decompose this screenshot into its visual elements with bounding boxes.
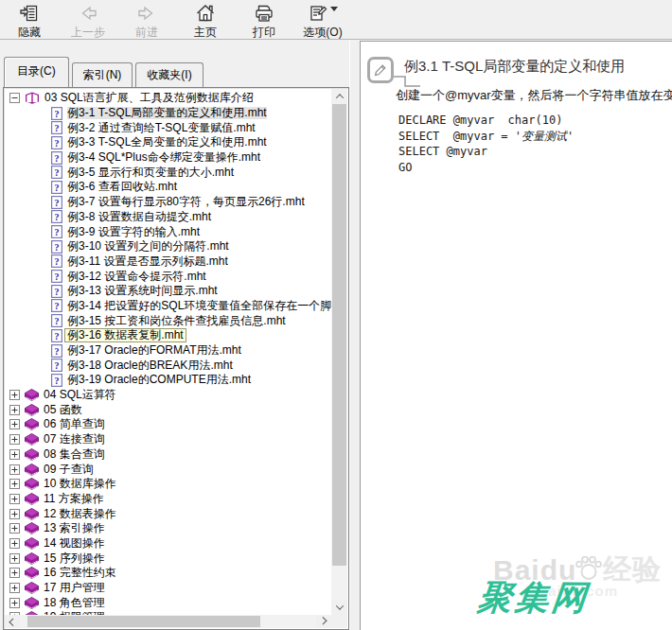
tree-vertical-scrollbar[interactable]: [331, 89, 347, 615]
tree-item[interactable]: ? 09 子查询: [5, 462, 331, 477]
tree-item[interactable]: ? 例3-2 通过查询给T-SQL变量赋值.mht: [5, 120, 331, 135]
tree-expander[interactable]: [9, 523, 20, 534]
svg-text:?: ?: [55, 256, 60, 267]
tree-item[interactable]: ? 例3-11 设置是否显示列标题.mht: [5, 254, 331, 270]
tree-expander[interactable]: [9, 390, 20, 400]
help-topic-icon: ?: [51, 285, 62, 298]
svg-text:?: ?: [55, 376, 60, 386]
svg-text:?: ?: [55, 345, 60, 356]
book-closed-icon: ?: [25, 404, 39, 416]
svg-text:?: ?: [55, 152, 60, 163]
tree-expander[interactable]: [9, 405, 20, 415]
tree-item[interactable]: ? 06 简单查询: [5, 417, 331, 432]
tree-item[interactable]: ? 例3-3 T-SQL全局变量的定义和使用.mht: [5, 135, 331, 150]
tree-expander[interactable]: [9, 494, 20, 504]
tree-expander[interactable]: [9, 538, 20, 549]
tree-item-label: 13 索引操作: [44, 522, 105, 534]
toolbar: 隐藏 上一步 前进: [0, 0, 672, 40]
tree-item[interactable]: ? 例3-9 设置字符的输入.mht: [5, 224, 331, 239]
tree-expander[interactable]: [9, 598, 20, 608]
tree-item[interactable]: ? 例3-4 SQL*Plus命令绑定变量操作.mht: [5, 150, 331, 166]
tree-expander[interactable]: [9, 583, 20, 593]
scroll-down-button[interactable]: [331, 600, 347, 615]
tree-item[interactable]: ? 例3-8 设置数据自动提交.mht: [5, 210, 331, 225]
tree-item[interactable]: ? 03 SQL语言扩展、工具及范例数据库介绍: [5, 91, 331, 106]
tree-item[interactable]: ? 例3-10 设置列之间的分隔符.mht: [5, 239, 331, 254]
tree-item[interactable]: ? 07 连接查询: [5, 432, 331, 447]
tree-item-label: 例3-6 查看回收站.mht: [67, 181, 177, 193]
paw-icon: [575, 553, 603, 582]
tree-expander[interactable]: [9, 449, 20, 460]
tree-item-label: 例3-5 显示行和页变量的大小.mht: [67, 166, 234, 179]
scroll-left-button[interactable]: [5, 615, 20, 628]
tree-item[interactable]: ? 04 SQL运算符: [5, 388, 331, 403]
forward-label: 前进: [135, 25, 158, 41]
hide-pane-icon: [19, 3, 40, 24]
vertical-scroll-thumb[interactable]: [332, 104, 346, 566]
tree-item[interactable]: ? 例3-13 设置系统时间显示.mht: [5, 284, 331, 299]
tree-expander[interactable]: [9, 419, 20, 429]
watermark-url: baidu.com: [539, 583, 618, 599]
tree-item[interactable]: ? 17 用户管理: [5, 581, 331, 596]
tree-expander[interactable]: [9, 509, 20, 519]
tree-item[interactable]: ? 例3-19 Oracle的COMPUTE用法.mht: [5, 373, 331, 388]
back-button[interactable]: 上一步: [64, 2, 112, 42]
tree-expander[interactable]: [9, 464, 20, 475]
tree-item-label: 例3-12 设置命令提示符.mht: [67, 271, 206, 283]
forward-arrow-icon: [136, 3, 157, 24]
tree-item[interactable]: ? 08 集合查询: [5, 447, 331, 463]
tree-item[interactable]: ? 例3-7 设置每行显示80字符，每页显示26行.mht: [5, 195, 331, 210]
svg-text:?: ?: [55, 316, 60, 326]
tree-item[interactable]: ? 05 函数: [5, 402, 331, 417]
tree-item-label: 18 角色管理: [44, 597, 105, 609]
watermark-overlay: 聚集网: [475, 575, 591, 621]
contents-tree-panel: ? 03 SQL语言扩展、工具及范例数据库介绍: [3, 87, 349, 630]
help-topic-icon: ?: [51, 181, 62, 194]
tree-item[interactable]: ? 例3-12 设置命令提示符.mht: [5, 269, 331, 284]
home-button[interactable]: 主页: [182, 2, 229, 42]
book-closed-icon: ?: [25, 433, 39, 446]
tree-item[interactable]: ? 10 数据库操作: [5, 477, 331, 492]
tree-item[interactable]: ? 14 视图操作: [5, 536, 331, 551]
chevron-up-icon: [335, 94, 343, 101]
tree-item[interactable]: ? 例3-14 把设置好的SQL环境变量值全部保存在一个脚: [5, 299, 331, 314]
tree-item-label: 例3-2 通过查询给T-SQL变量赋值.mht: [67, 122, 256, 134]
tab-index[interactable]: 索引(N): [72, 62, 133, 87]
tree-item[interactable]: ? 例3-1 T-SQL局部变量的定义和使用.mht: [5, 106, 331, 121]
scroll-right-button[interactable]: [316, 615, 331, 628]
horizontal-scroll-thumb[interactable]: [27, 616, 260, 627]
help-topic-icon: ?: [51, 374, 62, 387]
tree-item[interactable]: ? 16 完整性约束: [5, 566, 331, 581]
tree-expander[interactable]: [9, 434, 20, 445]
tree-item[interactable]: ? 例3-6 查看回收站.mht: [5, 180, 331, 195]
options-button[interactable]: 选项(O): [299, 2, 346, 42]
tab-favorites[interactable]: 收藏夹(I): [135, 62, 203, 87]
tree-item-label: 例3-14 把设置好的SQL环境变量值全部保存在一个脚: [67, 300, 331, 312]
tree-item[interactable]: ? 15 序列操作: [5, 551, 331, 566]
tree-horizontal-scrollbar[interactable]: [5, 615, 331, 628]
tab-contents[interactable]: 目录(C): [4, 57, 69, 87]
forward-button[interactable]: 前进: [123, 2, 170, 42]
tree-item[interactable]: ? 18 角色管理: [5, 595, 331, 610]
tree-item[interactable]: ? 12 数据表操作: [5, 506, 331, 521]
chevron-right-icon: [319, 617, 327, 624]
tree-expander[interactable]: [9, 553, 20, 564]
tree-item[interactable]: ? 11 方案操作: [5, 492, 331, 507]
topic-title: 例3.1 T-SQL局部变量的定义和使用: [404, 58, 625, 76]
tree-item[interactable]: ? 例3-18 Oracle的BREAK用法.mht: [5, 358, 331, 373]
tree-item-label: 06 简单查询: [44, 418, 105, 430]
tree-item-label: 14 视图操作: [44, 537, 105, 550]
tree-item[interactable]: ? 例3-16 数据表复制.mht: [5, 328, 331, 343]
tree-expander[interactable]: [9, 93, 20, 103]
tree-item[interactable]: ? 例3-17 Oracle的FORMAT用法.mht: [5, 343, 331, 359]
tree-item[interactable]: ? 13 索引操作: [5, 521, 331, 536]
tree-expander[interactable]: [9, 479, 20, 489]
help-topic-icon: ?: [51, 329, 62, 342]
scroll-up-button[interactable]: [331, 89, 347, 104]
home-label: 主页: [194, 25, 217, 41]
hide-pane-button[interactable]: 隐藏: [6, 2, 53, 42]
tree-item[interactable]: ? 例3-5 显示行和页变量的大小.mht: [5, 165, 331, 180]
tree-expander[interactable]: [9, 568, 20, 578]
tree-item[interactable]: ? 例3-15 按工资和岗位条件查找雇员信息.mht: [5, 313, 331, 328]
print-button[interactable]: 打印: [240, 2, 288, 42]
